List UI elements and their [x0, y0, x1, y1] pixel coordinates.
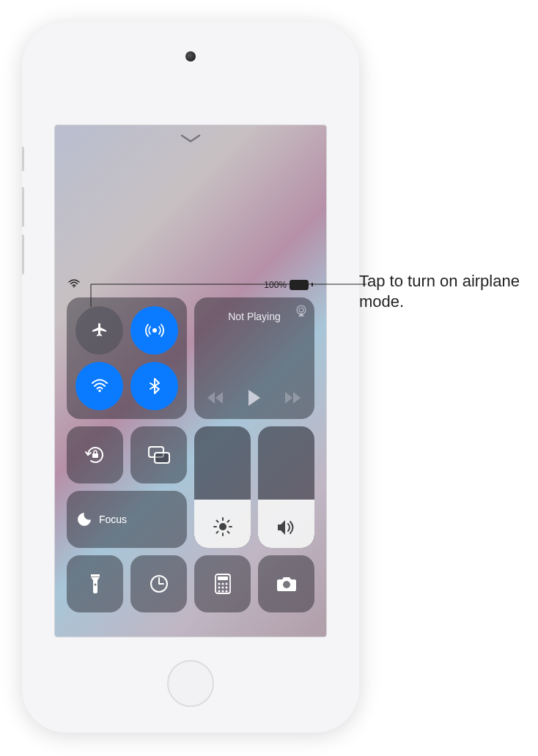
callout-text: Tap to turn on airplane mode. — [359, 271, 528, 311]
callout-leader-line — [0, 0, 538, 756]
